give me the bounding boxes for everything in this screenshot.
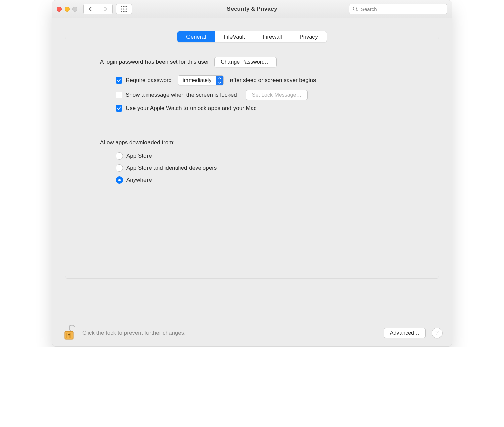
search-input[interactable] xyxy=(360,6,444,12)
allow-app-store-label: App Store xyxy=(126,153,152,159)
allow-anywhere-radio[interactable] xyxy=(116,176,123,184)
svg-point-5 xyxy=(123,8,124,9)
advanced-button[interactable]: Advanced… xyxy=(384,328,426,338)
login-password-intro: A login password has been set for this u… xyxy=(100,59,209,66)
checkmark-icon xyxy=(117,78,121,82)
svg-point-4 xyxy=(121,8,122,9)
allow-anywhere-label: Anywhere xyxy=(126,177,152,183)
login-password-row: A login password has been set for this u… xyxy=(100,57,419,67)
apple-watch-checkbox[interactable] xyxy=(116,105,122,112)
forward-button[interactable] xyxy=(98,4,113,14)
require-password-label: Require password xyxy=(126,77,172,84)
svg-point-9 xyxy=(123,11,124,12)
allow-identified-label: App Store and identified developers xyxy=(126,165,217,171)
svg-point-0 xyxy=(121,6,122,7)
apple-watch-label: Use your Apple Watch to unlock apps and … xyxy=(126,105,257,112)
svg-point-2 xyxy=(124,6,125,7)
set-lock-message-button: Set Lock Message… xyxy=(246,90,308,100)
allow-app-store-radio[interactable] xyxy=(116,152,123,160)
unlocked-padlock-icon xyxy=(62,325,76,341)
login-options: Require password immediately after sleep… xyxy=(116,75,419,112)
lock-group: Click the lock to prevent further change… xyxy=(61,325,186,341)
svg-point-8 xyxy=(121,11,122,12)
svg-point-7 xyxy=(126,8,127,9)
preferences-window: Security & Privacy General FileVault Fir… xyxy=(52,0,452,347)
allow-app-store-row: App Store xyxy=(116,152,419,160)
svg-line-13 xyxy=(356,10,358,12)
minimize-window-button[interactable] xyxy=(65,7,70,12)
back-button[interactable] xyxy=(83,4,98,14)
zoom-window-button xyxy=(72,7,77,12)
search-icon xyxy=(353,6,358,12)
require-password-checkbox[interactable] xyxy=(116,77,122,84)
tab-filevault[interactable]: FileVault xyxy=(215,31,254,42)
allow-identified-row: App Store and identified developers xyxy=(116,164,419,172)
svg-point-11 xyxy=(126,11,127,12)
footer: Click the lock to prevent further change… xyxy=(52,319,452,346)
divider xyxy=(65,131,439,131)
show-message-row: Show a message when the screen is locked… xyxy=(116,90,419,100)
chevron-left-icon xyxy=(89,7,92,11)
allow-anywhere-row: Anywhere xyxy=(116,176,419,184)
allow-apps-label: Allow apps downloaded from: xyxy=(100,139,419,146)
nav-back-forward xyxy=(83,4,113,14)
popup-stepper-icon xyxy=(216,76,223,85)
tab-privacy[interactable]: Privacy xyxy=(291,31,327,42)
general-panel: A login password has been set for this u… xyxy=(65,37,439,279)
help-button[interactable]: ? xyxy=(432,328,443,338)
svg-point-1 xyxy=(123,6,124,7)
tab-general[interactable]: General xyxy=(177,31,215,42)
change-password-button[interactable]: Change Password… xyxy=(214,57,277,67)
allow-identified-radio[interactable] xyxy=(116,164,123,172)
svg-point-10 xyxy=(124,11,125,12)
close-window-button[interactable] xyxy=(57,7,62,12)
window-controls xyxy=(57,7,77,12)
lock-text: Click the lock to prevent further change… xyxy=(82,330,186,336)
content: General FileVault Firewall Privacy A log… xyxy=(52,18,452,279)
require-password-delay-value: immediately xyxy=(178,76,216,85)
grid-icon xyxy=(121,6,127,12)
require-password-after-label: after sleep or screen saver begins xyxy=(230,77,316,84)
lock-button[interactable] xyxy=(61,325,77,341)
search-field[interactable] xyxy=(349,4,447,14)
show-all-button[interactable] xyxy=(116,4,132,14)
svg-rect-22 xyxy=(69,335,69,336)
checkmark-icon xyxy=(117,106,121,110)
tab-firewall[interactable]: Firewall xyxy=(254,31,291,42)
chevron-right-icon xyxy=(103,7,107,11)
show-message-label: Show a message when the screen is locked xyxy=(126,92,237,98)
title-bar: Security & Privacy xyxy=(52,0,452,18)
show-message-checkbox[interactable] xyxy=(116,92,122,98)
tab-row: General FileVault Firewall Privacy xyxy=(65,31,439,42)
require-password-delay-popup[interactable]: immediately xyxy=(178,75,224,85)
svg-point-3 xyxy=(126,6,127,7)
require-password-row: Require password immediately after sleep… xyxy=(116,75,419,85)
apple-watch-row: Use your Apple Watch to unlock apps and … xyxy=(116,105,419,112)
svg-point-6 xyxy=(124,8,125,9)
allow-apps-section: Allow apps downloaded from: App Store Ap… xyxy=(100,139,419,184)
